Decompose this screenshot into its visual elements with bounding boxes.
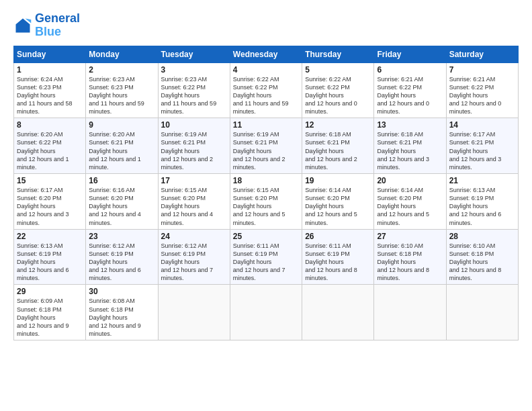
day-info: Sunrise: 6:11 AMSunset: 6:19 PMDaylight … [233, 242, 299, 283]
calendar-week-1: 8 Sunrise: 6:20 AMSunset: 6:22 PMDayligh… [14, 118, 519, 174]
day-info: Sunrise: 6:12 AMSunset: 6:19 PMDaylight … [161, 242, 227, 283]
day-info: Sunrise: 6:22 AMSunset: 6:22 PMDaylight … [305, 75, 371, 116]
day-info: Sunrise: 6:13 AMSunset: 6:19 PMDaylight … [449, 186, 515, 227]
day-info: Sunrise: 6:20 AMSunset: 6:21 PMDaylight … [89, 130, 154, 171]
day-info: Sunrise: 6:17 AMSunset: 6:21 PMDaylight … [449, 130, 515, 171]
calendar-cell: 21 Sunrise: 6:13 AMSunset: 6:19 PMDaylig… [446, 174, 518, 230]
day-info: Sunrise: 6:15 AMSunset: 6:20 PMDaylight … [161, 186, 227, 227]
day-number: 1 [17, 65, 83, 75]
day-info: Sunrise: 6:21 AMSunset: 6:22 PMDaylight … [377, 75, 443, 116]
day-number: 18 [233, 176, 299, 185]
calendar-cell: 29 Sunrise: 6:09 AMSunset: 6:18 PMDaylig… [14, 285, 86, 340]
calendar-cell: 22 Sunrise: 6:13 AMSunset: 6:19 PMDaylig… [14, 229, 86, 285]
calendar-cell: 3 Sunrise: 6:23 AMSunset: 6:22 PMDayligh… [158, 62, 230, 118]
day-info: Sunrise: 6:09 AMSunset: 6:18 PMDaylight … [17, 297, 83, 338]
calendar-cell: 24 Sunrise: 6:12 AMSunset: 6:19 PMDaylig… [158, 229, 230, 285]
day-info: Sunrise: 6:19 AMSunset: 6:21 PMDaylight … [161, 130, 227, 171]
day-number: 21 [449, 176, 515, 185]
day-number: 7 [449, 65, 515, 75]
day-number: 15 [17, 176, 83, 185]
calendar-cell [374, 285, 446, 340]
calendar-cell: 14 Sunrise: 6:17 AMSunset: 6:21 PMDaylig… [446, 118, 518, 174]
weekday-header-thursday: Thursday [302, 46, 374, 62]
day-number: 29 [17, 287, 83, 296]
day-number: 25 [233, 232, 299, 241]
day-number: 5 [305, 65, 371, 75]
calendar-cell [302, 285, 374, 340]
day-number: 6 [377, 65, 443, 75]
calendar-cell: 16 Sunrise: 6:16 AMSunset: 6:20 PMDaylig… [86, 174, 158, 230]
calendar-cell: 8 Sunrise: 6:20 AMSunset: 6:22 PMDayligh… [14, 118, 86, 174]
calendar-cell: 11 Sunrise: 6:19 AMSunset: 6:21 PMDaylig… [230, 118, 302, 174]
svg-marker-0 [16, 18, 30, 32]
calendar-cell: 4 Sunrise: 6:22 AMSunset: 6:22 PMDayligh… [230, 62, 302, 118]
day-number: 8 [17, 120, 83, 130]
day-info: Sunrise: 6:20 AMSunset: 6:22 PMDaylight … [17, 130, 83, 171]
weekday-header-wednesday: Wednesday [230, 46, 302, 62]
calendar-cell: 12 Sunrise: 6:18 AMSunset: 6:21 PMDaylig… [302, 118, 374, 174]
day-number: 30 [89, 287, 154, 296]
calendar-cell: 7 Sunrise: 6:21 AMSunset: 6:22 PMDayligh… [446, 62, 518, 118]
calendar-cell: 2 Sunrise: 6:23 AMSunset: 6:23 PMDayligh… [86, 62, 158, 118]
day-number: 13 [377, 120, 443, 130]
calendar-cell [230, 285, 302, 340]
weekday-header-friday: Friday [374, 46, 446, 62]
day-info: Sunrise: 6:18 AMSunset: 6:21 PMDaylight … [305, 130, 371, 171]
day-info: Sunrise: 6:24 AMSunset: 6:23 PMDaylight … [17, 75, 83, 116]
day-info: Sunrise: 6:21 AMSunset: 6:22 PMDaylight … [449, 75, 515, 116]
calendar-cell: 1 Sunrise: 6:24 AMSunset: 6:23 PMDayligh… [14, 62, 86, 118]
day-number: 2 [89, 65, 154, 75]
calendar-cell: 30 Sunrise: 6:08 AMSunset: 6:18 PMDaylig… [86, 285, 158, 340]
calendar-cell: 19 Sunrise: 6:14 AMSunset: 6:20 PMDaylig… [302, 174, 374, 230]
calendar-week-0: 1 Sunrise: 6:24 AMSunset: 6:23 PMDayligh… [14, 62, 519, 118]
day-number: 26 [305, 232, 371, 241]
calendar-cell: 6 Sunrise: 6:21 AMSunset: 6:22 PMDayligh… [374, 62, 446, 118]
day-info: Sunrise: 6:08 AMSunset: 6:18 PMDaylight … [89, 297, 154, 338]
day-info: Sunrise: 6:11 AMSunset: 6:19 PMDaylight … [305, 242, 371, 283]
day-number: 14 [449, 120, 515, 130]
page: General Blue SundayMondayTuesdayWednesda… [0, 0, 532, 347]
calendar-cell: 28 Sunrise: 6:10 AMSunset: 6:18 PMDaylig… [446, 229, 518, 285]
day-info: Sunrise: 6:19 AMSunset: 6:21 PMDaylight … [233, 130, 299, 171]
calendar-cell: 13 Sunrise: 6:18 AMSunset: 6:21 PMDaylig… [374, 118, 446, 174]
day-info: Sunrise: 6:14 AMSunset: 6:20 PMDaylight … [377, 186, 443, 227]
calendar-week-4: 29 Sunrise: 6:09 AMSunset: 6:18 PMDaylig… [14, 285, 519, 340]
day-info: Sunrise: 6:23 AMSunset: 6:22 PMDaylight … [161, 75, 227, 116]
calendar-week-3: 22 Sunrise: 6:13 AMSunset: 6:19 PMDaylig… [14, 229, 519, 285]
logo: General Blue [13, 12, 80, 39]
day-info: Sunrise: 6:12 AMSunset: 6:19 PMDaylight … [89, 242, 154, 283]
day-number: 16 [89, 176, 154, 185]
day-info: Sunrise: 6:18 AMSunset: 6:21 PMDaylight … [377, 130, 443, 171]
day-number: 10 [161, 120, 227, 130]
weekday-header-saturday: Saturday [446, 46, 518, 62]
logo-text: General Blue [35, 12, 80, 39]
day-info: Sunrise: 6:23 AMSunset: 6:23 PMDaylight … [89, 75, 154, 116]
calendar-cell: 27 Sunrise: 6:10 AMSunset: 6:18 PMDaylig… [374, 229, 446, 285]
day-info: Sunrise: 6:10 AMSunset: 6:18 PMDaylight … [377, 242, 443, 283]
day-number: 24 [161, 232, 227, 241]
day-number: 9 [89, 120, 154, 130]
day-info: Sunrise: 6:10 AMSunset: 6:18 PMDaylight … [449, 242, 515, 283]
logo-icon [13, 16, 32, 35]
day-info: Sunrise: 6:17 AMSunset: 6:20 PMDaylight … [17, 186, 83, 227]
weekday-header-tuesday: Tuesday [158, 46, 230, 62]
calendar-cell: 23 Sunrise: 6:12 AMSunset: 6:19 PMDaylig… [86, 229, 158, 285]
calendar-cell: 10 Sunrise: 6:19 AMSunset: 6:21 PMDaylig… [158, 118, 230, 174]
day-number: 17 [161, 176, 227, 185]
day-info: Sunrise: 6:22 AMSunset: 6:22 PMDaylight … [233, 75, 299, 116]
calendar-cell: 5 Sunrise: 6:22 AMSunset: 6:22 PMDayligh… [302, 62, 374, 118]
weekday-header-sunday: Sunday [14, 46, 86, 62]
day-info: Sunrise: 6:15 AMSunset: 6:20 PMDaylight … [233, 186, 299, 227]
day-number: 4 [233, 65, 299, 75]
calendar-cell [446, 285, 518, 340]
calendar-cell: 26 Sunrise: 6:11 AMSunset: 6:19 PMDaylig… [302, 229, 374, 285]
header: General Blue [13, 12, 519, 39]
day-number: 22 [17, 232, 83, 241]
day-number: 20 [377, 176, 443, 185]
calendar-table: SundayMondayTuesdayWednesdayThursdayFrid… [13, 46, 519, 341]
calendar-cell [158, 285, 230, 340]
day-number: 19 [305, 176, 371, 185]
day-number: 27 [377, 232, 443, 241]
calendar-cell: 20 Sunrise: 6:14 AMSunset: 6:20 PMDaylig… [374, 174, 446, 230]
calendar-cell: 15 Sunrise: 6:17 AMSunset: 6:20 PMDaylig… [14, 174, 86, 230]
